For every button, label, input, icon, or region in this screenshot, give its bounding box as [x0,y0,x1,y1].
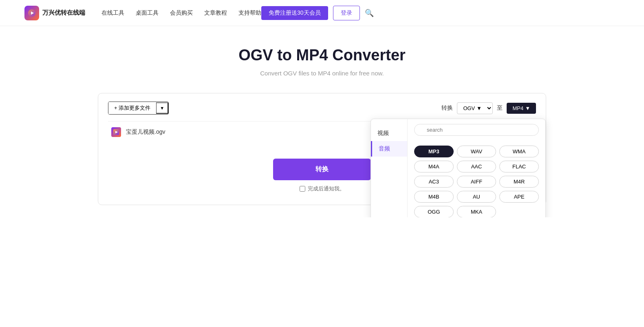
format-btn-au[interactable]: AU [457,191,496,203]
sidebar-item-audio[interactable]: 音频 [371,141,407,157]
page-subtitle: Convert OGV files to MP4 online for free… [260,70,384,77]
register-button[interactable]: 免费注册送30天会员 [261,6,328,20]
search-icon: 🔍 [365,9,374,17]
add-files-main[interactable]: + 添加更多文件 [108,102,156,114]
target-format-label: MP4 [512,105,523,111]
toolbar: + 添加更多文件 ▼ 转换 OGV ▼ 至 MP4 ▼ [108,102,536,115]
format-btn-ape[interactable]: APE [499,191,539,203]
dropdown-panel: 视频 音频 MP3WAVWMAM4AAACFLACAC3AIFFM4RM4BAU… [371,119,546,217]
toolbar-right: 转换 OGV ▼ 至 MP4 ▼ [441,102,536,114]
nav-item-desktop-tools[interactable]: 桌面工具 [136,9,159,16]
dropdown-content: MP3WAVWMAM4AAACFLACAC3AIFFM4RM4BAUAPEOGG… [408,119,545,217]
search-wrapper [414,124,539,141]
convert-label: 转换 [441,104,453,112]
search-icon-button[interactable]: 🔍 [365,9,374,18]
dropdown-arrow-icon: ▼ [525,105,530,111]
add-files-arrow[interactable]: ▼ [156,102,168,114]
converter-box: + 添加更多文件 ▼ 转换 OGV ▼ 至 MP4 ▼ [98,93,546,205]
format-btn-aiff[interactable]: AIFF [457,176,496,188]
source-format-select[interactable]: OGV ▼ [457,102,493,114]
nav-buttons: 免费注册送30天会员 登录 🔍 [261,6,374,20]
format-btn-wav[interactable]: WAV [457,146,496,157]
logo-area: 万兴优转在线端 [24,6,85,20]
nav: 在线工具桌面工具会员购买文章教程支持帮助 [101,9,261,17]
logo-icon [24,6,39,20]
format-btn-mp3[interactable]: MP3 [414,146,454,157]
nav-item-online-tools[interactable]: 在线工具 [101,9,124,16]
format-btn-m4b[interactable]: M4B [414,191,454,203]
login-button[interactable]: 登录 [333,6,360,20]
notify-checkbox[interactable] [300,186,305,192]
format-btn-mka[interactable]: MKA [457,206,496,217]
add-files-button[interactable]: + 添加更多文件 ▼ [108,102,169,115]
target-format-button[interactable]: MP4 ▼ [507,103,536,114]
nav-item-membership[interactable]: 会员购买 [170,9,193,16]
format-btn-aac[interactable]: AAC [457,161,496,172]
format-btn-ac3[interactable]: AC3 [414,176,454,188]
nav-item-articles[interactable]: 文章教程 [204,9,227,16]
format-grid: MP3WAVWMAM4AAACFLACAC3AIFFM4RM4BAUAPEOGG… [414,146,539,217]
sidebar-item-video[interactable]: 视频 [371,126,407,141]
format-btn-ogg[interactable]: OGG [414,206,454,217]
convert-button[interactable]: 转换 [273,159,371,180]
notify-row: 完成后通知我。 [300,185,345,192]
dropdown-sidebar: 视频 音频 [371,119,408,217]
main: OGV to MP4 Converter Convert OGV files t… [0,26,644,217]
format-btn-flac[interactable]: FLAC [499,161,539,172]
notify-label: 完成后通知我。 [308,185,345,192]
format-btn-wma[interactable]: WMA [499,146,539,157]
format-btn-m4r[interactable]: M4R [499,176,539,188]
format-btn-m4a[interactable]: M4A [414,161,454,172]
to-label: 至 [497,104,503,112]
file-icon [111,127,121,137]
format-search-input[interactable] [414,124,539,136]
header: 万兴优转在线端 在线工具桌面工具会员购买文章教程支持帮助 免费注册送30天会员 … [0,0,644,26]
nav-item-support[interactable]: 支持帮助 [238,9,261,16]
page-title: OGV to MP4 Converter [238,46,406,64]
logo-text: 万兴优转在线端 [42,9,85,17]
